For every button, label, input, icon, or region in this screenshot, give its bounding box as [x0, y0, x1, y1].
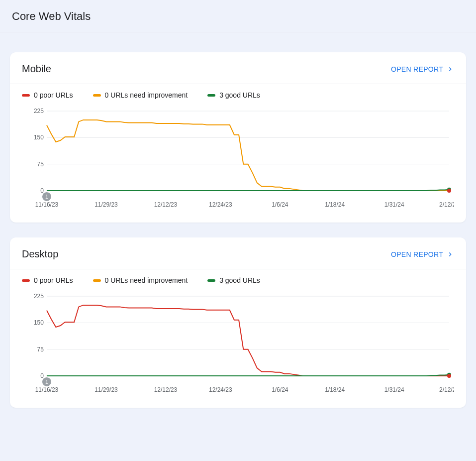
event-marker-label: 1: [45, 379, 48, 385]
end-dot-poor: [447, 374, 451, 378]
legend-good: 3 good URLs: [207, 276, 260, 284]
legend-poor-label: 0 poor URLs: [34, 276, 73, 284]
desktop-title: Desktop: [22, 248, 58, 260]
open-report-label: OPEN REPORT: [391, 250, 443, 258]
legend-need-label: 0 URLs need improvement: [105, 91, 188, 99]
chevron-right-icon: [446, 250, 454, 258]
legend-good: 3 good URLs: [207, 91, 260, 99]
x-tick-label: 1/18/24: [325, 386, 345, 393]
x-tick-label: 1/18/24: [325, 201, 345, 208]
y-tick-label: 150: [34, 319, 44, 326]
y-tick-label: 225: [34, 108, 44, 115]
series-good: [47, 190, 449, 191]
y-tick-label: 75: [37, 161, 44, 168]
open-report-label: OPEN REPORT: [391, 65, 443, 73]
x-tick-label: 12/12/23: [154, 386, 178, 393]
mobile-card: Mobile OPEN REPORT 0 poor URLs 0 URLs ne…: [10, 52, 466, 223]
x-tick-label: 1/31/24: [384, 201, 404, 208]
y-tick-label: 225: [34, 293, 44, 300]
legend-good-label: 3 good URLs: [219, 91, 260, 99]
y-tick-label: 0: [40, 187, 44, 194]
legend-poor: 0 poor URLs: [22, 91, 73, 99]
x-tick-label: 2/12/24: [439, 201, 454, 208]
event-marker-label: 1: [45, 194, 48, 200]
desktop-open-report-link[interactable]: OPEN REPORT: [391, 250, 454, 258]
legend-swatch-need: [93, 279, 101, 282]
legend-swatch-good: [207, 94, 215, 97]
legend-swatch-good: [207, 279, 215, 282]
end-dot-poor: [447, 189, 451, 193]
x-tick-label: 12/12/23: [154, 201, 178, 208]
mobile-card-header: Mobile OPEN REPORT: [10, 52, 466, 84]
legend-swatch-need: [93, 94, 101, 97]
x-tick-label: 11/29/23: [95, 201, 118, 208]
legend-swatch-poor: [22, 94, 30, 97]
x-tick-label: 11/16/23: [35, 201, 59, 208]
legend-poor-label: 0 poor URLs: [34, 91, 73, 99]
desktop-chart: 075150225111/16/2311/29/2312/12/2312/24/…: [10, 288, 466, 408]
y-tick-label: 75: [37, 346, 44, 353]
legend-good-label: 3 good URLs: [219, 276, 260, 284]
x-tick-label: 11/16/23: [35, 386, 59, 393]
x-tick-label: 11/29/23: [95, 386, 118, 393]
x-tick-label: 1/31/24: [384, 386, 404, 393]
chevron-right-icon: [446, 65, 454, 73]
page-title: Core Web Vitals: [12, 10, 464, 23]
chart-svg: 075150225111/16/2311/29/2312/12/2312/24/…: [22, 106, 454, 211]
y-tick-label: 0: [40, 372, 44, 379]
series-need: [47, 120, 449, 191]
legend-swatch-poor: [22, 279, 30, 282]
legend-poor: 0 poor URLs: [22, 276, 73, 284]
x-tick-label: 1/6/24: [272, 386, 288, 393]
series-good: [47, 375, 449, 376]
desktop-legend: 0 poor URLs 0 URLs need improvement 3 go…: [10, 269, 466, 288]
desktop-card: Desktop OPEN REPORT 0 poor URLs 0 URLs n…: [10, 237, 466, 408]
legend-need: 0 URLs need improvement: [93, 276, 188, 284]
x-tick-label: 12/24/23: [209, 201, 232, 208]
legend-need-label: 0 URLs need improvement: [105, 276, 188, 284]
x-tick-label: 1/6/24: [272, 201, 288, 208]
chart-svg: 075150225111/16/2311/29/2312/12/2312/24/…: [22, 291, 454, 396]
page-header: Core Web Vitals: [0, 0, 476, 32]
x-tick-label: 12/24/23: [209, 386, 232, 393]
mobile-chart: 075150225111/16/2311/29/2312/12/2312/24/…: [10, 103, 466, 223]
series-poor: [47, 305, 449, 376]
mobile-title: Mobile: [22, 63, 51, 75]
mobile-legend: 0 poor URLs 0 URLs need improvement 3 go…: [10, 84, 466, 103]
legend-need: 0 URLs need improvement: [93, 91, 188, 99]
desktop-card-header: Desktop OPEN REPORT: [10, 237, 466, 269]
y-tick-label: 150: [34, 134, 44, 141]
mobile-open-report-link[interactable]: OPEN REPORT: [391, 65, 454, 73]
x-tick-label: 2/12/24: [439, 386, 454, 393]
